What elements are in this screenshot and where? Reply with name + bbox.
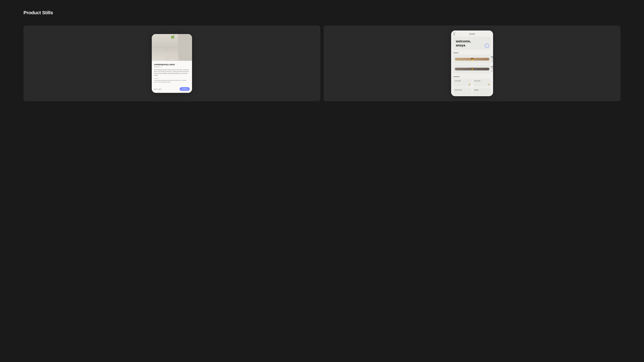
image-carousel-dots bbox=[169, 59, 174, 60]
property-guest-house[interactable]: guest house bbox=[453, 87, 472, 95]
page-title: Product Stills bbox=[24, 10, 620, 15]
check-circle-icon[interactable]: ✓ bbox=[485, 43, 489, 48]
price-unit: night bbox=[158, 88, 162, 90]
avatar-roland-icon: 🧔 bbox=[471, 68, 474, 70]
sisters-label: sisters bbox=[166, 46, 167, 51]
room-wall bbox=[178, 34, 192, 61]
welcome-heading: welcome, anaya bbox=[456, 39, 488, 47]
property-grid: front main 🔒 back main 🔒 guest house gar… bbox=[451, 78, 493, 95]
guest-name-roland: roland bbox=[491, 66, 493, 67]
features-label: Features bbox=[154, 78, 190, 79]
property-garage-label: garage bbox=[474, 89, 489, 91]
card-image: 🌿 sisters bbox=[152, 34, 192, 61]
guest-item-anaya[interactable]: 🧑 anaya mar 13 - mar 28 bbox=[453, 55, 491, 63]
cards-container: 🌿 sisters contemporary oasis petaluma, c… bbox=[24, 25, 620, 101]
card-footer: $932 night reserve bbox=[152, 85, 192, 93]
card-price: $932 night bbox=[154, 88, 161, 90]
avatar-roland: 🧔 bbox=[455, 68, 489, 70]
dot-4[interactable] bbox=[173, 59, 174, 60]
access-header: ‹ access bbox=[451, 30, 493, 36]
dot-5[interactable] bbox=[174, 59, 174, 60]
left-mobile-card: 🌿 sisters contemporary oasis petaluma, c… bbox=[152, 34, 192, 93]
dot-1[interactable] bbox=[169, 59, 170, 60]
property-guest-house-label: guest house bbox=[455, 89, 470, 91]
card-content: contemporary oasis petaluma, ca this bea… bbox=[152, 61, 192, 85]
property-garage[interactable]: garage bbox=[472, 87, 491, 95]
dot-3[interactable] bbox=[172, 59, 172, 60]
features-text: this beautifully designed space features… bbox=[154, 80, 190, 83]
avatar-anaya: 🧑 bbox=[455, 58, 489, 60]
property-label: property bbox=[451, 76, 493, 77]
lock-icon-back-main: 🔒 bbox=[488, 83, 490, 85]
guest-name-anaya: anaya bbox=[491, 56, 493, 58]
card-location: petaluma, ca bbox=[154, 66, 190, 67]
property-front-main[interactable]: front main 🔒 bbox=[453, 78, 472, 86]
lock-icon-front-main: 🔒 bbox=[468, 83, 470, 85]
guest-info-roland: roland mar 13 - mar 28 bbox=[491, 66, 493, 72]
guest-dates-anaya: mar 13 - mar 28 bbox=[491, 58, 493, 62]
price-value: $932 bbox=[154, 88, 158, 90]
property-back-main[interactable]: back main 🔒 bbox=[472, 78, 491, 86]
dot-2[interactable] bbox=[170, 59, 171, 60]
property-front-main-label: front main bbox=[455, 80, 470, 82]
guest-dates-roland: mar 13 - mar 28 bbox=[491, 67, 493, 72]
guests-label: guests bbox=[451, 52, 493, 54]
property-back-main-label: back main bbox=[474, 80, 489, 82]
left-panel: 🌿 sisters contemporary oasis petaluma, c… bbox=[24, 25, 320, 101]
back-button[interactable]: ‹ bbox=[454, 32, 455, 35]
guest-info-anaya: anaya mar 13 - mar 28 bbox=[491, 56, 493, 62]
welcome-section: welcome, anaya ✓ bbox=[453, 36, 491, 50]
right-panel: ‹ access welcome, anaya ✓ guests 🧑 bbox=[324, 25, 620, 101]
property-section: property front main 🔒 back main 🔒 guest … bbox=[451, 74, 493, 96]
access-card: ‹ access welcome, anaya ✓ guests 🧑 bbox=[451, 30, 493, 96]
reserve-button[interactable]: reserve bbox=[180, 87, 190, 91]
card-description: this beautifully designed space features… bbox=[154, 69, 190, 76]
access-title: access bbox=[469, 33, 475, 35]
card-title: contemporary oasis bbox=[154, 63, 190, 66]
guest-item-roland[interactable]: 🧔 roland mar 13 - mar 28 bbox=[453, 64, 491, 73]
plant-icon: 🌿 bbox=[171, 35, 174, 39]
avatar-anaya-icon: 🧑 bbox=[471, 58, 474, 60]
